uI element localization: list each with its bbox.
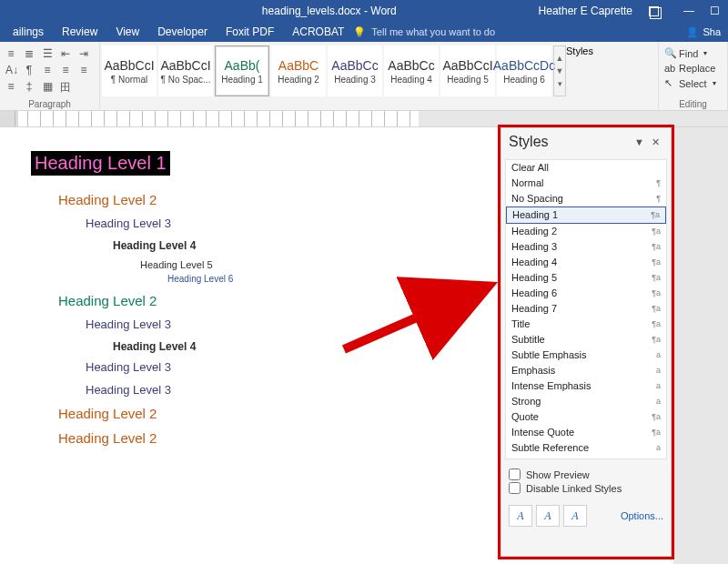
- style-sample: AaBbCcDc: [493, 58, 555, 73]
- style-row-intense-quote[interactable]: Intense Quote¶a: [506, 425, 666, 440]
- sort-icon[interactable]: A↓: [5, 64, 16, 76]
- style-row-emphasis[interactable]: Emphasisa: [506, 363, 666, 378]
- style-tile-heading-6[interactable]: AaBbCcDcHeading 6: [497, 45, 551, 96]
- style-row-no-spacing[interactable]: No Spacing¶: [506, 191, 666, 206]
- style-row-intense-emphasis[interactable]: Intense Emphasisa: [506, 378, 666, 394]
- styles-options-link[interactable]: Options...: [621, 510, 663, 521]
- styles-group-label: Styles: [566, 45, 593, 56]
- style-inspector-button[interactable]: A: [536, 505, 560, 527]
- editing-group-label: Editing: [659, 99, 727, 109]
- style-tile-heading-5[interactable]: AaBbCcIHeading 5: [440, 45, 495, 96]
- style-row-heading-2[interactable]: Heading 2¶a: [506, 224, 666, 239]
- show-preview-input[interactable]: [509, 468, 521, 480]
- style-gallery[interactable]: AaBbCcI¶ NormalAaBbCcI¶ No Spac...AaBb(H…: [102, 45, 551, 96]
- tab-developer[interactable]: Developer: [148, 23, 217, 41]
- style-tile-heading-2[interactable]: AaBbCHeading 2: [271, 45, 326, 96]
- multilevel-icon[interactable]: ☰: [42, 47, 53, 60]
- paragraph-group: ≡ ≣ ☰ ⇤ ⇥ A↓ ¶ ≡ ≡ ≡ ≡ ‡ ▦ 田 Paragraph: [0, 42, 100, 110]
- style-indicator: ¶a: [652, 287, 661, 300]
- new-style-button[interactable]: A: [509, 505, 532, 527]
- style-row-title[interactable]: Title¶a: [506, 317, 666, 332]
- gallery-scroll[interactable]: ▲ ▼ ▾: [553, 45, 566, 96]
- ribbon-display-icon[interactable]: [649, 6, 659, 16]
- expand-gallery-icon[interactable]: ▾: [558, 77, 562, 90]
- maximize-button[interactable]: ☐: [708, 5, 721, 17]
- shading-icon[interactable]: ▦: [42, 80, 53, 96]
- select-button[interactable]: ↖Select▾: [662, 76, 723, 91]
- tab-acrobat[interactable]: ACROBAT: [283, 23, 353, 41]
- down-arrow-icon[interactable]: ▼: [556, 65, 564, 77]
- style-row-normal[interactable]: Normal¶: [506, 176, 666, 191]
- find-icon: 🔍: [664, 47, 675, 59]
- share-label: Sha: [703, 26, 721, 37]
- editing-group: 🔍Find▾ abReplace ↖Select▾ Editing: [659, 42, 728, 110]
- style-tile--normal[interactable]: AaBbCcI¶ Normal: [102, 45, 157, 96]
- tab-mailings[interactable]: ailings: [4, 23, 53, 41]
- manage-styles-button[interactable]: A: [563, 505, 587, 527]
- style-row-heading-5[interactable]: Heading 5¶a: [506, 270, 666, 286]
- spacing-icon[interactable]: ‡: [24, 80, 35, 96]
- style-name: Heading 7: [511, 302, 557, 316]
- style-name: Strong: [511, 395, 541, 408]
- replace-button[interactable]: abReplace: [662, 61, 723, 76]
- style-row-strong[interactable]: Stronga: [506, 394, 666, 409]
- app-title: heading_levels.docx - Word: [136, 5, 522, 17]
- style-row-clear-all[interactable]: Clear All: [506, 160, 666, 176]
- align-left-icon[interactable]: ≡: [42, 64, 53, 76]
- style-row-heading-4[interactable]: Heading 4¶a: [506, 255, 666, 270]
- tell-me[interactable]: 💡 Tell me what you want to do: [353, 26, 495, 38]
- dec-indent-icon[interactable]: ⇤: [60, 47, 71, 60]
- doc-heading-1[interactable]: Heading Level 1: [31, 151, 170, 176]
- style-row-quote[interactable]: Quote¶a: [506, 409, 666, 425]
- disable-linked-input[interactable]: [509, 482, 521, 494]
- style-row-subtle-reference[interactable]: Subtle Referencea: [506, 440, 666, 456]
- close-icon[interactable]: ✕: [648, 136, 663, 148]
- style-row-heading-3[interactable]: Heading 3¶a: [506, 239, 666, 255]
- style-row-heading-7[interactable]: Heading 7¶a: [506, 301, 666, 317]
- justify-icon[interactable]: ≡: [5, 80, 16, 96]
- align-center-icon[interactable]: ≡: [60, 64, 71, 76]
- inc-indent-icon[interactable]: ⇥: [78, 47, 89, 60]
- style-sample: AaBbCcI: [442, 58, 492, 73]
- style-indicator: ¶a: [652, 317, 661, 331]
- up-arrow-icon[interactable]: ▲: [556, 52, 564, 65]
- style-caption: ¶ No Spac...: [161, 75, 211, 85]
- style-row-heading-6[interactable]: Heading 6¶a: [506, 286, 666, 301]
- styles-list[interactable]: Clear AllNormal¶No Spacing¶Heading 1¶aHe…: [505, 159, 667, 459]
- pane-menu-icon[interactable]: ▼: [631, 136, 648, 147]
- select-label: Select: [679, 78, 707, 89]
- select-icon: ↖: [664, 77, 675, 89]
- styles-pane: Styles ▼ ✕ Clear AllNormal¶No Spacing¶He…: [500, 127, 672, 557]
- style-sample: AaBb(: [225, 58, 260, 73]
- style-indicator: ¶a: [652, 225, 661, 238]
- align-right-icon[interactable]: ≡: [78, 64, 89, 76]
- style-name: No Spacing: [511, 192, 563, 206]
- style-name: Heading 4: [511, 256, 557, 269]
- ruler[interactable]: [0, 111, 728, 127]
- share-button[interactable]: 👤 Sha: [679, 24, 728, 41]
- style-tile--no-spac-[interactable]: AaBbCcI¶ No Spac...: [158, 45, 213, 96]
- pilcrow-icon[interactable]: ¶: [24, 64, 35, 76]
- disable-linked-checkbox[interactable]: Disable Linked Styles: [509, 482, 663, 494]
- style-tile-heading-3[interactable]: AaBbCcHeading 3: [328, 45, 382, 96]
- tab-foxit[interactable]: Foxit PDF: [217, 23, 283, 41]
- style-row-subtle-emphasis[interactable]: Subtle Emphasisa: [506, 347, 666, 363]
- show-preview-checkbox[interactable]: Show Preview: [509, 468, 663, 480]
- style-name: Heading 1: [512, 208, 558, 222]
- style-tile-heading-4[interactable]: AaBbCcHeading 4: [384, 45, 439, 96]
- numbering-icon[interactable]: ≣: [24, 47, 35, 60]
- borders-icon[interactable]: 田: [60, 80, 71, 96]
- style-indicator: ¶a: [652, 426, 661, 439]
- style-caption: Heading 3: [334, 75, 376, 85]
- style-row-subtitle[interactable]: Subtitle¶a: [506, 332, 666, 347]
- titlebar: heading_levels.docx - Word Heather E Cap…: [0, 0, 728, 22]
- find-button[interactable]: 🔍Find▾: [662, 45, 723, 61]
- tab-view[interactable]: View: [106, 23, 148, 41]
- style-caption: Heading 5: [447, 75, 489, 85]
- style-row-heading-1[interactable]: Heading 1¶a: [506, 206, 666, 224]
- bullets-icon[interactable]: ≡: [5, 47, 16, 60]
- style-indicator: ¶a: [652, 333, 661, 347]
- tab-review[interactable]: Review: [53, 23, 106, 41]
- minimize-button[interactable]: —: [682, 5, 695, 17]
- style-tile-heading-1[interactable]: AaBb(Heading 1: [215, 45, 269, 96]
